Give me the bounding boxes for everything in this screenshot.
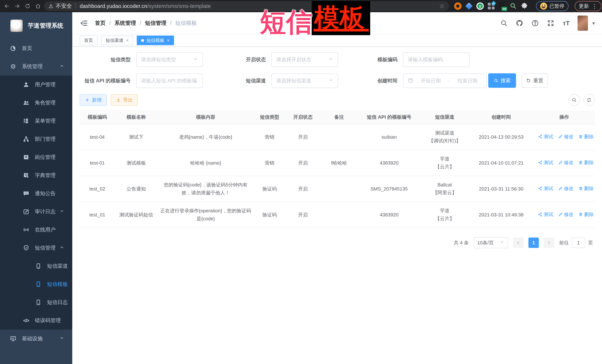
- refresh-button[interactable]: [583, 94, 595, 106]
- delete-link[interactable]: 删除: [579, 133, 594, 141]
- edit-link[interactable]: 修改: [558, 210, 573, 218]
- sidebar-item-error-codes[interactable]: </> 错误码管理: [0, 312, 72, 330]
- cell-name: 测试验证码短信: [115, 202, 158, 228]
- test-link[interactable]: 测试: [538, 210, 553, 218]
- next-page-button[interactable]: [544, 238, 554, 248]
- collapse-sidebar-icon[interactable]: [80, 19, 89, 28]
- prev-page-button[interactable]: [513, 238, 524, 248]
- help-icon[interactable]: [531, 19, 539, 27]
- sidebar-item-label: 通知公告: [35, 190, 56, 197]
- page-size-select[interactable]: 10条/页: [473, 237, 508, 248]
- api-template-id-input[interactable]: [141, 78, 198, 84]
- close-icon[interactable]: ×: [167, 38, 170, 42]
- cell-code: test_01: [80, 202, 115, 228]
- sidebar-item-users[interactable]: 用户管理: [0, 75, 72, 94]
- cell-status: 开启: [285, 124, 321, 150]
- sidebar-item-home[interactable]: 首页: [0, 39, 72, 57]
- breadcrumb-home[interactable]: 首页: [95, 20, 106, 27]
- chrome-update-button[interactable]: 更新 ⋮: [575, 1, 602, 11]
- cell-type: 验证码: [254, 202, 285, 228]
- extension-grid-icon[interactable]: [487, 2, 495, 10]
- app-logo-row[interactable]: 芋道管理系统: [0, 12, 72, 39]
- cell-name: 测试模板: [115, 150, 158, 176]
- sidebar-item-audit-log[interactable]: 审计日志: [0, 203, 72, 221]
- add-button[interactable]: 新增: [80, 94, 107, 106]
- start-date-placeholder[interactable]: 开始日期: [416, 77, 445, 84]
- goto-page-input[interactable]: [572, 238, 585, 248]
- font-size-icon[interactable]: тT: [562, 19, 570, 27]
- select-placeholder: 请选择短信类型: [141, 56, 176, 63]
- test-link[interactable]: 测试: [538, 185, 553, 193]
- test-link[interactable]: 测试: [538, 159, 553, 167]
- export-button[interactable]: 导出: [111, 94, 138, 106]
- security-label[interactable]: 不安全: [56, 2, 72, 10]
- delete-link[interactable]: 删除: [579, 210, 594, 218]
- sidebar-item-sms-channel[interactable]: 短信渠道: [0, 257, 72, 275]
- badge-icon: [23, 154, 30, 161]
- tab-home[interactable]: 首页: [80, 36, 97, 45]
- template-code-input[interactable]: [408, 57, 465, 62]
- extension-magnifier-icon[interactable]: [510, 2, 517, 10]
- github-icon[interactable]: [515, 19, 524, 27]
- tab-sms-channel[interactable]: 短信渠道 ×: [101, 36, 133, 45]
- cell-content: 哈哈哈 {name}: [158, 150, 254, 176]
- home-icon[interactable]: [34, 2, 42, 10]
- sidebar-item-dictionary[interactable]: 字典管理: [0, 166, 72, 184]
- address-bar[interactable]: ⚠ 不安全 dashboard.yudao.iocoder.cn/system/…: [44, 1, 449, 11]
- channel-label: 短信渠道: [241, 77, 271, 84]
- show-search-toggle-button[interactable]: [569, 94, 580, 106]
- sms-template-table: 模板编码 模板名称 模板内容 短信类型 开启状态 备注 短信 API 的模板编号…: [80, 110, 595, 228]
- delete-link[interactable]: 删除: [579, 159, 594, 167]
- create-time-range-picker[interactable]: 开始日期 - 结束日期: [403, 73, 487, 88]
- sidebar-item-announcements[interactable]: 通知公告: [0, 184, 72, 203]
- delete-link[interactable]: 删除: [579, 185, 594, 193]
- breadcrumb-sms[interactable]: 短信管理: [140, 20, 166, 27]
- sidebar-item-online-users[interactable]: 在线用户: [0, 221, 72, 239]
- current-page[interactable]: 1: [528, 238, 539, 248]
- sidebar-item-menus[interactable]: 菜单管理: [0, 112, 72, 130]
- reload-icon[interactable]: [23, 2, 32, 10]
- sidebar-item-infrastructure[interactable]: 基础设施: [0, 330, 72, 348]
- tab-sms-template[interactable]: 短信模板 ×: [137, 36, 174, 45]
- edit-link[interactable]: 修改: [558, 133, 573, 141]
- col-api-template-id: 短信 API 的模板编号: [358, 110, 421, 124]
- browser-toolbar: ⚠ 不安全 dashboard.yudao.iocoder.cn/system/…: [0, 0, 602, 12]
- bookmark-star-icon[interactable]: ☆: [439, 3, 444, 10]
- profile-paused-pill[interactable]: 已暂停: [536, 1, 569, 11]
- user-avatar[interactable]: [578, 16, 588, 31]
- breadcrumb-system[interactable]: 系统管理: [109, 20, 136, 27]
- app-title: 芋道管理系统: [28, 22, 63, 30]
- search-button[interactable]: 搜索: [488, 73, 516, 88]
- sidebar-item-sms[interactable]: 短信管理: [0, 239, 72, 257]
- extension-green-y-icon[interactable]: y: [476, 2, 484, 10]
- extension-orange-ring-icon[interactable]: [454, 2, 462, 10]
- sidebar-item-posts[interactable]: 岗位管理: [0, 148, 72, 166]
- sidebar-item-departments[interactable]: 部门管理: [0, 130, 72, 148]
- back-icon[interactable]: [3, 2, 11, 10]
- add-button-label: 新增: [92, 97, 102, 103]
- status-select[interactable]: 请选择开启状态: [271, 52, 338, 67]
- edit-link[interactable]: 修改: [558, 185, 573, 193]
- reset-button[interactable]: 重置: [522, 73, 548, 88]
- end-date-placeholder[interactable]: 结束日期: [453, 77, 482, 84]
- forward-icon[interactable]: [13, 2, 22, 10]
- test-link[interactable]: 测试: [538, 133, 553, 141]
- col-template-content: 模板内容: [158, 110, 254, 124]
- extension-list-on-icon[interactable]: on: [499, 2, 506, 10]
- channel-select[interactable]: 请选择短信渠道: [271, 73, 338, 88]
- app-logo: [10, 20, 23, 32]
- edit-link[interactable]: 修改: [558, 159, 573, 167]
- table-header-row: 模板编码 模板名称 模板内容 短信类型 开启状态 备注 短信 API 的模板编号…: [80, 110, 595, 124]
- extensions-puzzle-icon[interactable]: [521, 2, 528, 10]
- sidebar-item-roles[interactable]: 角色管理: [0, 94, 72, 112]
- sidebar-item-system[interactable]: ⚙ 系统管理: [0, 57, 72, 75]
- close-icon[interactable]: ×: [126, 38, 129, 42]
- sidebar-item-sms-log[interactable]: 短信日志: [0, 293, 72, 312]
- avatar-caret-down-icon[interactable]: ▾: [592, 20, 595, 26]
- sms-type-select[interactable]: 请选择短信类型: [136, 52, 203, 67]
- search-icon[interactable]: [500, 19, 508, 27]
- extension-blue-kite-icon[interactable]: [465, 2, 473, 10]
- fullscreen-icon[interactable]: [546, 19, 555, 27]
- sidebar-item-sms-template[interactable]: 短信模板: [0, 275, 72, 293]
- url-text[interactable]: dashboard.yudao.iocoder.cn/system/sms/sm…: [80, 3, 211, 9]
